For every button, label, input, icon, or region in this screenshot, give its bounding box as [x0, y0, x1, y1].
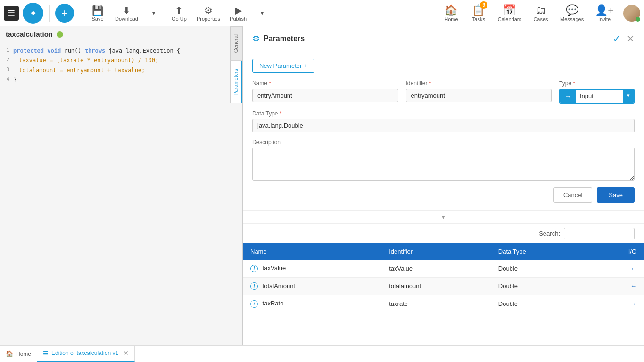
code-line-1: 1 protected void run() throws java.lang.…	[0, 46, 242, 56]
save-parameter-button[interactable]: Save	[597, 187, 635, 203]
nav-tasks[interactable]: 📋 9 Tasks	[467, 2, 490, 24]
type-required: *	[573, 80, 575, 87]
tab-home[interactable]: 🏠 Home	[0, 346, 37, 362]
properties-icon: ⚙	[204, 5, 213, 16]
close-button[interactable]: ✕	[627, 33, 635, 44]
type-arrow-icon: →	[560, 90, 576, 103]
table-row: i taxRate taxrate Double →	[243, 295, 644, 313]
new-parameter-button[interactable]: New Parameter +	[252, 59, 314, 73]
tasks-nav-label: Tasks	[472, 16, 485, 22]
collapse-arrow: ▾	[442, 214, 445, 221]
download-dropdown[interactable]: ▾	[142, 8, 165, 18]
divider-1	[49, 5, 50, 22]
parameters-tab-label: Parameters	[233, 69, 239, 96]
table-row: i taxValue taxValue Double ←	[243, 260, 644, 277]
form-group-description: Description	[252, 139, 635, 181]
nav-cases[interactable]: 🗂 Cases	[529, 2, 553, 24]
toolbar-left: ☰ ✦ + 💾 Save ⬇ Download ▾ ⬆	[4, 3, 274, 24]
save-button[interactable]: 💾 Save	[86, 3, 109, 24]
nav-home[interactable]: 🏠 Home	[439, 2, 463, 24]
row3-identifier: taxrate	[381, 295, 491, 313]
gear-icon: ⚙	[252, 33, 260, 44]
line-number-1: 1	[2, 46, 13, 56]
nav-calendars[interactable]: 📅 Calendars	[494, 2, 525, 24]
info-icon-2: i	[250, 282, 258, 290]
search-input[interactable]	[564, 228, 635, 239]
nav-invite[interactable]: 👤+ Invite	[591, 2, 618, 24]
download-icon: ⬇	[123, 5, 131, 16]
properties-button[interactable]: ⚙ Properties	[193, 3, 224, 24]
code-exception: java.lang.Exception {	[108, 48, 180, 54]
cases-nav-label: Cases	[533, 16, 548, 22]
table-search-row: Search:	[243, 224, 644, 243]
search-label: Search:	[539, 230, 560, 237]
code-editor[interactable]: 1 protected void run() throws java.lang.…	[0, 42, 242, 345]
save-icon: 💾	[92, 5, 104, 16]
col-identifier: Identifier	[381, 243, 491, 260]
form-actions: Cancel Save	[252, 187, 635, 203]
form-row-main: Name * Identifier *	[252, 80, 635, 104]
left-panel: taxcalculation 1 protected void run() th…	[0, 26, 243, 345]
kw-throws: throws	[85, 48, 105, 54]
parameters-header: ⚙ Parameters ✓ ✕	[243, 26, 644, 51]
code-text-3: totalamount = entryamount + taxvalue;	[19, 66, 145, 75]
code-run: run()	[64, 48, 84, 54]
col-io: I/O	[590, 243, 644, 260]
user-avatar-wrapper[interactable]	[623, 5, 640, 22]
logo-icon: ✦	[29, 8, 37, 19]
type-dropdown-arrow[interactable]: ▾	[623, 90, 634, 103]
table-body: i taxValue taxValue Double ← i totalAmou…	[243, 260, 644, 313]
collapse-row[interactable]: ▾	[243, 210, 644, 224]
tab-parameters[interactable]: Parameters	[230, 61, 242, 103]
side-tabs: General Parameters	[230, 26, 242, 345]
publish-group: ▶ Publish ▾	[226, 3, 274, 24]
add-button[interactable]: +	[55, 4, 74, 23]
tab-edition[interactable]: ☰ Edition of taxcalculation v1 ✕	[37, 346, 135, 362]
publish-dropdown[interactable]: ▾	[250, 8, 274, 18]
parameters-content: New Parameter + Name *	[243, 51, 644, 345]
properties-group: ⚙ Properties	[193, 3, 224, 24]
row3-name: i taxRate	[243, 295, 381, 313]
form-group-datatype: Data Type *	[252, 110, 635, 132]
form-area: New Parameter + Name *	[243, 51, 644, 210]
identifier-label: Identifier *	[406, 80, 552, 87]
code-line-4: 4 }	[0, 75, 242, 84]
type-select-wrapper[interactable]: → Input ▾	[559, 89, 635, 104]
logo-button[interactable]: ✦	[23, 3, 43, 24]
row2-io: ←	[590, 277, 644, 295]
data-type-required: *	[280, 110, 282, 117]
main-layout: taxcalculation 1 protected void run() th…	[0, 26, 644, 345]
right-panel: ⚙ Parameters ✓ ✕ New Parameter + Na	[243, 26, 644, 345]
properties-label: Properties	[197, 16, 220, 22]
cancel-button[interactable]: Cancel	[553, 187, 592, 203]
divider-2	[80, 5, 80, 22]
data-type-input[interactable]	[252, 119, 635, 132]
parameters-title: Parameters	[264, 34, 305, 43]
tab-general[interactable]: General	[230, 26, 242, 61]
kw-void: void	[47, 48, 61, 54]
edition-tab-icon: ☰	[43, 350, 49, 357]
nav-messages[interactable]: 💬 Messages	[556, 2, 587, 24]
hamburger-button[interactable]: ☰	[4, 6, 19, 21]
go-up-button[interactable]: ⬆ Go Up	[167, 3, 191, 24]
download-label: Download	[115, 16, 138, 22]
row1-io: ←	[590, 260, 644, 277]
kw-protected: protected	[13, 48, 44, 54]
home-tab-icon: 🏠	[6, 350, 13, 357]
hamburger-icon: ☰	[8, 8, 15, 18]
description-textarea[interactable]	[252, 148, 635, 181]
download-group: ⬇ Download ▾	[111, 3, 165, 24]
close-tab-button[interactable]: ✕	[123, 349, 129, 357]
parameters-table: Name Identifier Data Type I/O i taxValue…	[243, 243, 644, 313]
publish-button[interactable]: ▶ Publish	[226, 3, 250, 24]
info-icon-3: i	[250, 300, 258, 308]
name-input[interactable]	[252, 89, 398, 102]
name-required: *	[269, 80, 271, 87]
download-button[interactable]: ⬇ Download	[111, 3, 142, 24]
identifier-input[interactable]	[406, 89, 552, 102]
calendars-nav-label: Calendars	[498, 16, 521, 22]
tasks-badge: 9	[480, 1, 487, 9]
calendars-icon: 📅	[503, 4, 516, 16]
check-button[interactable]: ✓	[613, 33, 621, 44]
go-up-label: Go Up	[172, 16, 187, 22]
